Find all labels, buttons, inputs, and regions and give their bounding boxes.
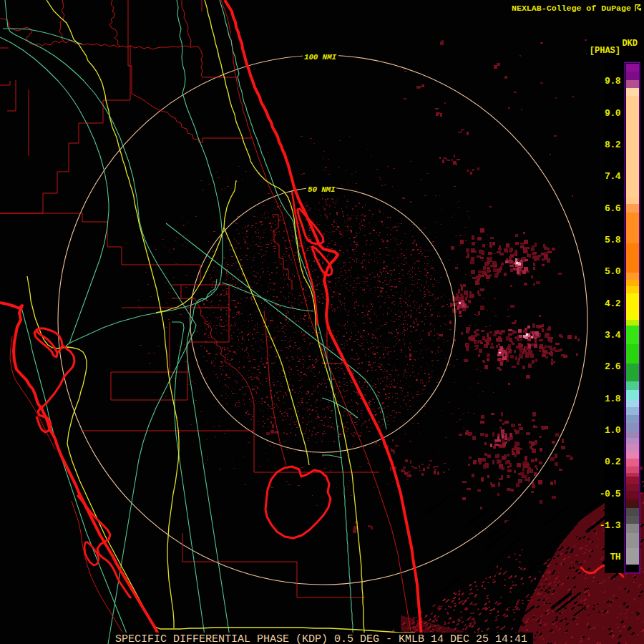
svg-text:-0.5: -0.5 (600, 489, 621, 499)
svg-text:TH: TH (610, 552, 620, 562)
svg-text:4.2: 4.2 (605, 298, 621, 309)
svg-text:[PHAS]: [PHAS] (590, 46, 620, 56)
svg-text:SPECIFIC DIFFERENTIAL PHASE (K: SPECIFIC DIFFERENTIAL PHASE (KDP) 0.5 DE… (115, 633, 527, 644)
svg-text:6.6: 6.6 (605, 203, 621, 214)
svg-text:NEXLAB-College of DuPage: NEXLAB-College of DuPage (512, 4, 631, 13)
svg-text:8.2: 8.2 (605, 140, 621, 150)
svg-text:-1.3: -1.3 (600, 520, 621, 531)
svg-text:0.2: 0.2 (605, 457, 621, 467)
svg-text:7.4: 7.4 (605, 171, 621, 182)
svg-text:DKD: DKD (622, 39, 638, 49)
svg-text:9.0: 9.0 (605, 108, 621, 119)
svg-text:9.8: 9.8 (605, 76, 621, 87)
svg-text:5.0: 5.0 (605, 266, 621, 277)
svg-text:100 NMI: 100 NMI (304, 53, 336, 62)
svg-text:1.0: 1.0 (605, 425, 621, 436)
svg-text:2.6: 2.6 (605, 361, 621, 372)
svg-text:50 NMI: 50 NMI (308, 185, 336, 194)
svg-text:1.8: 1.8 (605, 394, 621, 404)
svg-text:3.4: 3.4 (605, 330, 621, 341)
svg-text:5.8: 5.8 (605, 235, 621, 245)
